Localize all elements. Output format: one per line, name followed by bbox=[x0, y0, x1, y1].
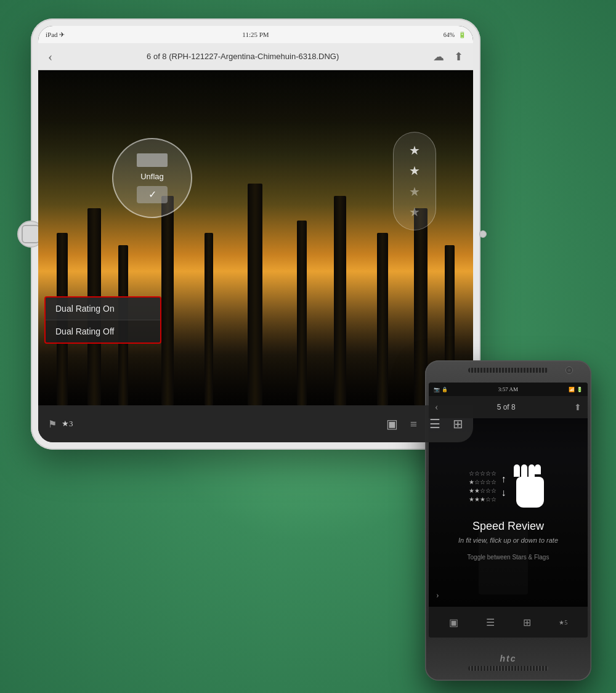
htc-view-icon-3[interactable]: ⊞ bbox=[523, 617, 531, 628]
flag-icon[interactable]: ⚑ bbox=[48, 418, 57, 430]
htc-brand-logo: htc bbox=[500, 654, 517, 663]
ipad-battery: 64% bbox=[444, 31, 455, 38]
htc-chevron-icon[interactable]: › bbox=[436, 591, 439, 601]
ipad-photo-area[interactable]: Unflag ✓ ★ ★ ★ ★ Dual Rating On Dual Rat… bbox=[38, 70, 473, 405]
htc-front-camera bbox=[565, 367, 573, 374]
tree-trunk-7 bbox=[297, 221, 307, 405]
finger-1 bbox=[514, 464, 520, 477]
htc-status-bar: 📷 🔒 3:57 AM 📶 🔋 bbox=[429, 383, 588, 396]
ipad-time: 11:25 PM bbox=[242, 31, 269, 38]
hand-palm bbox=[516, 477, 544, 508]
htc-view-icon-2[interactable]: ☰ bbox=[486, 617, 495, 628]
ipad-screen: iPad ✈ 11:25 PM 64% 🔋 ‹ 6 of 8 (RPH-1212… bbox=[38, 26, 473, 442]
tree-trunk-5 bbox=[205, 233, 213, 405]
htc-speaker-bottom bbox=[468, 666, 548, 671]
star-2[interactable]: ★ bbox=[409, 163, 420, 178]
htc-share-button[interactable]: ⬆ bbox=[574, 402, 582, 413]
arrow-up-icon: ↑ bbox=[501, 474, 506, 485]
htc-bottom-bar: ▣ ☰ ⊞ ★5 bbox=[429, 607, 588, 638]
htc-speaker-top bbox=[468, 368, 548, 373]
ipad-back-button[interactable]: ‹ bbox=[48, 49, 52, 65]
gesture-illustration: ☆☆☆☆☆ ★☆☆☆☆ ★★☆☆☆ ★★★☆☆ ↑ ↓ bbox=[469, 464, 548, 508]
htc-status-right-icons: 📶 🔋 bbox=[569, 387, 583, 392]
speed-review-subtitle: In fit view, flick up or down to rate bbox=[458, 537, 558, 544]
ipad-navbar-title: 6 of 8 (RPH-121227-Argentina-Chimehuin-6… bbox=[147, 52, 339, 61]
ipad-battery-icon: 🔋 bbox=[458, 31, 466, 38]
dual-rating-off-option[interactable]: Dual Rating Off bbox=[46, 320, 160, 342]
view-filmstrip-icon[interactable]: ⊞ bbox=[453, 416, 463, 431]
star-row-2: ★★★☆☆ bbox=[469, 496, 496, 503]
htc-star-rating: ★5 bbox=[559, 619, 567, 626]
tree-trunk-6 bbox=[248, 184, 262, 405]
star-3[interactable]: ★ bbox=[409, 184, 420, 199]
dual-rating-on-option[interactable]: Dual Rating On bbox=[46, 298, 160, 320]
cloud-icon[interactable]: ☁ bbox=[433, 50, 444, 63]
stars-rating-overlay[interactable]: ★ ★ ★ ★ bbox=[393, 132, 436, 230]
ipad-home-button-inner bbox=[22, 225, 40, 243]
stars-list: ☆☆☆☆☆ ★☆☆☆☆ ★★☆☆☆ ★★★☆☆ bbox=[469, 470, 496, 503]
ipad-nav-bar: ‹ 6 of 8 (RPH-121227-Argentina-Chimehuin… bbox=[38, 43, 473, 70]
ipad-camera bbox=[479, 230, 487, 238]
hand-gesture-icon bbox=[511, 464, 548, 508]
tree-trunk-9 bbox=[377, 233, 388, 405]
unflag-label: Unflag bbox=[140, 172, 164, 181]
toolbar-left-section: ⚑ ★3 bbox=[48, 418, 73, 430]
htc-wifi-icon: 📶 bbox=[569, 387, 575, 392]
htc-phone-device: 📷 🔒 3:57 AM 📶 🔋 ‹ 5 of 8 ⬆ ☆☆☆☆☆ bbox=[425, 360, 591, 681]
toolbar-center-section: ▣ ≡ ☰ ⊞ bbox=[386, 416, 463, 431]
ipad-status-right: 64% 🔋 bbox=[444, 31, 466, 38]
star-row-4: ★☆☆☆☆ bbox=[469, 479, 496, 485]
finger-3 bbox=[529, 464, 535, 477]
htc-status-left-icons: 📷 🔒 bbox=[434, 387, 448, 392]
unflag-check-button[interactable]: ✓ bbox=[137, 186, 168, 203]
unflag-overlay[interactable]: Unflag ✓ bbox=[112, 138, 192, 218]
tree-trunk-8 bbox=[334, 196, 346, 405]
star-row-3: ★★☆☆☆ bbox=[469, 487, 496, 494]
speed-review-toggle-label: Toggle between Stars & Flags bbox=[468, 554, 549, 561]
finger-4 bbox=[535, 464, 541, 474]
unflag-flag-icon bbox=[137, 153, 168, 167]
ipad-label: iPad ✈ bbox=[46, 31, 65, 39]
tree-trunk-4 bbox=[161, 196, 174, 405]
star-row-5: ☆☆☆☆☆ bbox=[469, 470, 496, 477]
view-list-icon[interactable]: ☰ bbox=[429, 416, 440, 431]
dual-rating-menu: Dual Rating On Dual Rating Off bbox=[44, 296, 161, 344]
share-icon[interactable]: ⬆ bbox=[454, 50, 463, 63]
ipad-navbar-actions: ☁ ⬆ bbox=[433, 50, 463, 63]
ipad-device: iPad ✈ 11:25 PM 64% 🔋 ‹ 6 of 8 (RPH-1212… bbox=[31, 18, 480, 450]
star-rating-display: ★3 bbox=[62, 419, 73, 429]
htc-navbar-title: 5 of 8 bbox=[497, 403, 516, 411]
speed-review-overlay: ☆☆☆☆☆ ★☆☆☆☆ ★★☆☆☆ ★★★☆☆ ↑ ↓ bbox=[429, 418, 588, 607]
htc-battery-icon: 🔋 bbox=[577, 387, 583, 392]
htc-time: 3:57 AM bbox=[498, 386, 518, 392]
view-compare-icon[interactable]: ≡ bbox=[410, 417, 417, 431]
htc-camera-icon: 📷 bbox=[434, 387, 440, 392]
star-4[interactable]: ★ bbox=[409, 205, 420, 219]
arrow-down-icon: ↓ bbox=[501, 487, 506, 498]
htc-view-icon-1[interactable]: ▣ bbox=[449, 617, 458, 628]
htc-lock-icon: 🔒 bbox=[442, 387, 448, 392]
htc-back-button[interactable]: ‹ bbox=[435, 402, 438, 413]
ipad-status-left: iPad ✈ bbox=[46, 31, 65, 39]
gesture-arrows: ↑ ↓ bbox=[501, 474, 506, 498]
ipad-bottom-toolbar: ⚑ ★3 ▣ ≡ ☰ ⊞ bbox=[38, 405, 473, 442]
speed-review-title: Speed Review bbox=[472, 520, 544, 533]
ipad-status-bar: iPad ✈ 11:25 PM 64% 🔋 bbox=[38, 26, 473, 43]
star-1[interactable]: ★ bbox=[409, 143, 420, 158]
htc-photo-area[interactable]: ☆☆☆☆☆ ★☆☆☆☆ ★★☆☆☆ ★★★☆☆ ↑ ↓ bbox=[429, 418, 588, 607]
view-grid-icon[interactable]: ▣ bbox=[386, 416, 398, 431]
htc-nav-bar: ‹ 5 of 8 ⬆ bbox=[429, 396, 588, 418]
